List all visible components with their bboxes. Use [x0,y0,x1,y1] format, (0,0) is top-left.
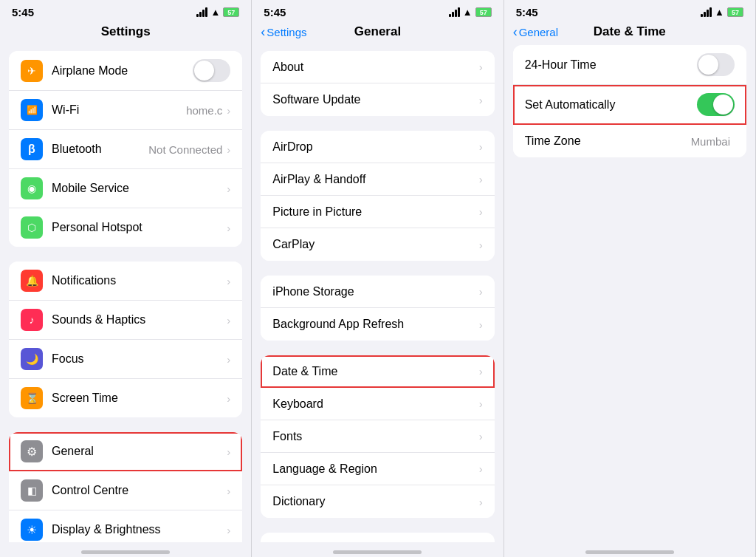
general-section-3: iPhone Storage › Background App Refresh … [261,276,494,341]
row-general[interactable]: ⚙ General › [9,432,242,471]
pip-chevron: › [479,205,483,218]
bluetooth-chevron: › [227,143,230,156]
row-fonts[interactable]: Fonts › [261,420,494,453]
mobile-chevron: › [227,182,230,195]
notifications-icon: 🔔 [21,270,43,292]
row-screentime[interactable]: ⌛ Screen Time › [9,379,242,417]
row-hotspot[interactable]: ⬡ Personal Hotspot › [9,208,242,247]
bluetooth-label: Bluetooth [52,143,148,156]
row-keyboard[interactable]: Keyboard › [261,388,494,420]
setauto-label: Set Automatically [525,98,697,112]
wifi-label: Wi-Fi [52,103,186,117]
row-notifications[interactable]: 🔔 Notifications › [9,262,242,301]
general-label: General [52,445,227,458]
focus-label: Focus [52,352,227,366]
row-about[interactable]: About › [261,51,494,83]
about-chevron: › [479,61,483,73]
24hour-toggle[interactable] [697,53,735,76]
settings-section-notifications: 🔔 Notifications › ♪ Sounds & Haptics › 🌙… [9,262,242,417]
datetime-panel: 5:45 ▲ 57 ‹ General Date & Time 24-Hour … [504,0,756,557]
home-indicator-1 [0,542,251,557]
airplane-label: Airplane Mode [52,64,193,78]
screentime-label: Screen Time [52,392,227,405]
notifications-label: Notifications [52,274,227,287]
notifications-chevron: › [227,275,230,287]
status-icons-2: ▲ 57 [449,7,492,18]
row-iphonestorage[interactable]: iPhone Storage › [261,276,494,308]
display-icon: ☀ [21,519,43,541]
home-bar-1 [81,550,170,554]
status-time-2: 5:45 [264,6,286,18]
battery-icon-1: 57 [223,7,239,17]
row-24hour[interactable]: 24-Hour Time [513,45,746,85]
wifi-settings-icon: 📶 [21,99,43,121]
status-bar-2: 5:45 ▲ 57 [252,0,503,21]
airplane-toggle[interactable] [193,59,230,82]
backgroundapprefresh-chevron: › [479,318,483,331]
row-datetime[interactable]: Date & Time › [261,355,494,388]
row-language[interactable]: Language & Region › [261,453,494,485]
hotspot-label: Personal Hotspot [52,221,227,234]
nav-bar-3: ‹ General Date & Time [504,21,755,45]
row-airdrop[interactable]: AirDrop › [261,131,494,163]
row-focus[interactable]: 🌙 Focus › [9,340,242,379]
airplane-icon: ✈ [21,60,43,82]
row-vpn[interactable]: VPN & Device Management › [261,533,494,542]
controlcentre-chevron: › [227,485,230,497]
dictionary-chevron: › [479,496,483,508]
row-carplay[interactable]: CarPlay › [261,228,494,261]
focus-icon: 🌙 [21,348,43,370]
focus-chevron: › [227,353,230,366]
wifi-value: home.c [186,104,222,117]
row-setauto[interactable]: Set Automatically [513,85,746,125]
back-general[interactable]: ‹ General [513,24,558,40]
home-indicator-2 [252,542,503,557]
datetime-section: 24-Hour Time Set Automatically Time Zone… [513,45,746,157]
back-settings[interactable]: ‹ Settings [261,24,306,40]
row-airplane[interactable]: ✈ Airplane Mode [9,51,242,91]
status-icons-3: ▲ 57 [701,7,743,18]
airplay-chevron: › [479,173,483,185]
row-bluetooth[interactable]: β Bluetooth Not Connected › [9,130,242,169]
general-chevron: › [227,445,230,458]
fonts-label: Fonts [272,430,478,443]
settings-scroll[interactable]: ✈ Airplane Mode 📶 Wi-Fi home.c › β Bluet… [0,45,251,542]
row-mobile[interactable]: ◉ Mobile Service › [9,169,242,208]
wifi-icon-2: ▲ [463,7,472,18]
row-sounds[interactable]: ♪ Sounds & Haptics › [9,301,242,340]
back-general-label: General [519,26,558,38]
settings-title: Settings [101,24,151,39]
general-section-4: Date & Time › Keyboard › Fonts › Languag… [261,355,494,518]
row-pip[interactable]: Picture in Picture › [261,196,494,228]
general-panel: 5:45 ▲ 57 ‹ Settings General About › Sof… [252,0,504,557]
row-softwareupdate[interactable]: Software Update › [261,83,494,116]
status-time-3: 5:45 [516,6,538,18]
row-timezone[interactable]: Time Zone Mumbai [513,125,746,157]
hotspot-icon: ⬡ [21,216,43,239]
row-controlcentre[interactable]: ◧ Control Centre › [9,471,242,510]
row-dictionary[interactable]: Dictionary › [261,485,494,518]
hotspot-chevron: › [227,222,230,234]
datetime-title: Date & Time [594,24,666,39]
back-settings-label: Settings [267,26,306,38]
airdrop-chevron: › [479,140,483,153]
24hour-label: 24-Hour Time [525,58,697,72]
nav-bar-2: ‹ Settings General [252,21,503,45]
mobile-icon: ◉ [21,177,43,199]
general-scroll[interactable]: About › Software Update › AirDrop › AirP… [252,45,503,542]
mobile-label: Mobile Service [52,182,227,195]
row-display[interactable]: ☀ Display & Brightness › [9,510,242,542]
general-icon: ⚙ [21,440,43,462]
row-airplay[interactable]: AirPlay & Handoff › [261,163,494,196]
softwareupdate-chevron: › [479,94,483,106]
row-backgroundapprefresh[interactable]: Background App Refresh › [261,308,494,341]
fonts-chevron: › [479,430,483,442]
datetime-label: Date & Time [272,365,478,378]
sounds-icon: ♪ [21,309,43,331]
datetime-content[interactable]: 24-Hour Time Set Automatically Time Zone… [504,45,755,542]
setauto-toggle[interactable] [697,93,735,116]
settings-panel: 5:45 ▲ 57 Settings ✈ Airplane Mode 📶 Wi-… [0,0,252,557]
airplay-label: AirPlay & Handoff [272,173,478,186]
settings-section-general: ⚙ General › ◧ Control Centre › ☀ Display… [9,432,242,542]
row-wifi[interactable]: 📶 Wi-Fi home.c › [9,91,242,130]
